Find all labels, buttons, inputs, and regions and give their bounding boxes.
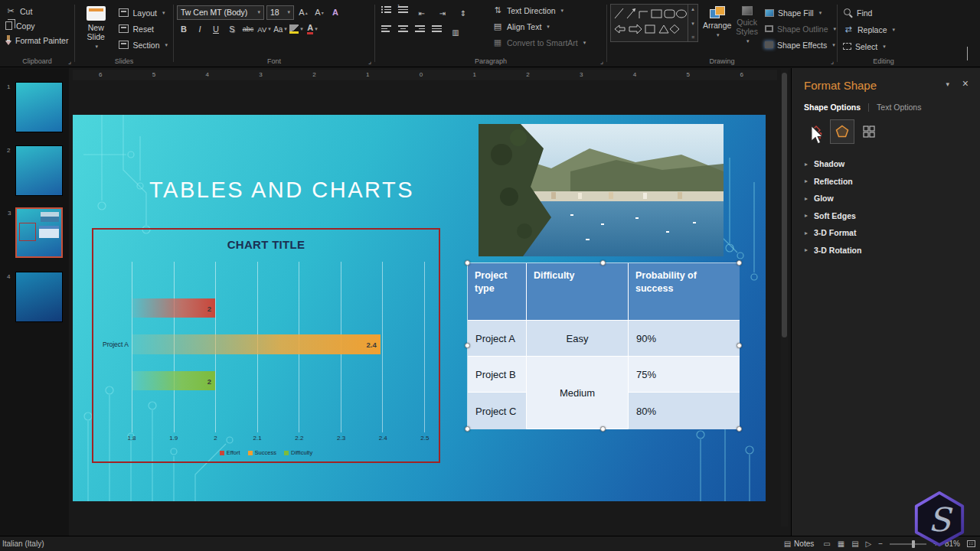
notes-button[interactable]: ▤Notes (782, 536, 817, 551)
strikethrough-button[interactable]: abc (241, 22, 255, 36)
layout-button[interactable]: Layout▾ (116, 5, 170, 20)
pane-section[interactable]: ▸ 3-D Format (792, 224, 980, 242)
reset-button[interactable]: Reset (116, 21, 170, 36)
cell-difficulty-medium-merged[interactable]: Medium (527, 357, 629, 429)
format-painter-button[interactable]: Format Painter (3, 33, 71, 47)
cell-project-b[interactable]: Project B (468, 357, 527, 393)
project-table[interactable]: Project type Difficulty Probability of s… (467, 262, 739, 429)
selection-handle[interactable] (600, 426, 606, 432)
selection-handle[interactable] (600, 260, 606, 266)
arrange-button[interactable]: Arrange▾ (703, 4, 731, 56)
chart-title[interactable]: CHART TITLE (93, 238, 439, 251)
select-button[interactable]: Select▾ (841, 39, 926, 54)
underline-button[interactable]: U (209, 22, 223, 36)
slide-thumbnail-4[interactable]: 4 (15, 272, 63, 322)
normal-view-icon[interactable]: ▭ (823, 540, 830, 548)
copy-button[interactable]: Copy (3, 18, 71, 33)
tab-text-options[interactable]: Text Options (877, 103, 921, 112)
reading-view-icon[interactable]: ▤ (851, 540, 858, 548)
bar-success[interactable]: 2.4 (132, 334, 381, 354)
text-direction-button[interactable]: ⇅Text Direction▾ (490, 3, 588, 18)
character-spacing-button[interactable]: AV▾ (257, 22, 271, 36)
vertical-scrollbar[interactable] (781, 70, 788, 527)
size-properties-icon[interactable] (858, 120, 880, 143)
chart-object[interactable]: CHART TITLE 2 2.4 2 Project A 1.81.922.1… (92, 228, 440, 463)
decrease-indent-icon[interactable]: ⇤ (415, 6, 429, 20)
cell-probability-80[interactable]: 80% (629, 393, 740, 429)
pane-section[interactable]: ▸ 3-D Rotation (792, 242, 980, 259)
font-color-button[interactable]: A▾ (305, 22, 319, 36)
highlight-color-button[interactable]: ▾ (289, 22, 303, 36)
pane-section[interactable]: ▸ Soft Edges (792, 207, 980, 225)
cell-project-c[interactable]: Project C (468, 393, 527, 429)
shape-outline-button[interactable]: Shape Outline▾ (763, 21, 838, 36)
selection-handle[interactable] (737, 426, 742, 432)
cell-probability-75[interactable]: 75% (629, 357, 740, 393)
bar-difficulty[interactable]: 2 (132, 371, 215, 390)
increase-font-size-button[interactable]: A▴ (296, 5, 310, 19)
cell-difficulty-easy[interactable]: Easy (527, 321, 629, 357)
paragraph-dialog-launcher[interactable]: ⌟ (600, 57, 603, 65)
bold-button[interactable]: B (177, 22, 191, 36)
slide-canvas[interactable]: TABLES AND CHARTS CHART TITLE 2 2.4 2 Pr… (73, 115, 766, 501)
slide-thumbnail-3-selected[interactable]: 3 (15, 207, 63, 258)
zoom-out-button[interactable]: − (878, 540, 883, 548)
slide-thumbnail-2[interactable]: 2 (15, 145, 63, 196)
align-right-icon[interactable] (415, 25, 425, 39)
new-slide-button[interactable]: New Slide▾ (78, 4, 113, 56)
effects-icon[interactable] (831, 120, 854, 143)
table-header-difficulty[interactable]: Difficulty (527, 263, 629, 321)
pane-section[interactable]: ▸ Reflection (792, 173, 980, 191)
table-header-project-type[interactable]: Project type (468, 263, 527, 321)
font-size-combo[interactable]: 18▾ (266, 5, 294, 20)
columns-icon[interactable]: ▥ (449, 25, 462, 39)
change-case-button[interactable]: Aa▾ (273, 22, 287, 36)
language-indicator[interactable]: Italian (Italy) (2, 540, 44, 548)
quick-styles-button[interactable]: Quick Styles▾ (736, 4, 758, 56)
italic-button[interactable]: I (193, 22, 207, 36)
cell-probability-90[interactable]: 90% (629, 321, 740, 357)
numbering-icon[interactable] (398, 6, 408, 20)
selection-handle[interactable] (737, 260, 742, 266)
slideshow-icon[interactable]: ▷ (866, 540, 872, 548)
collapse-ribbon-button[interactable] (967, 47, 968, 60)
slide-thumbnail-1[interactable]: 1 (15, 82, 63, 132)
bullets-icon[interactable] (381, 6, 391, 20)
convert-smartart-button[interactable]: ▦Convert to SmartArt▾ (490, 35, 588, 50)
bar-effort[interactable]: 2 (132, 298, 215, 318)
cut-button[interactable]: ✂Cut (3, 4, 71, 18)
selection-handle[interactable] (737, 343, 742, 348)
align-left-icon[interactable] (381, 25, 391, 39)
pane-section[interactable]: ▸ Glow (792, 190, 980, 207)
gallery-scroll[interactable]: ▴▾≡ (688, 5, 697, 41)
clear-formatting-button[interactable]: A (328, 5, 342, 19)
table-header-probability[interactable]: Probability of success (629, 263, 740, 321)
find-button[interactable]: Find (841, 5, 926, 20)
text-shadow-button[interactable]: S (225, 22, 239, 36)
increase-indent-icon[interactable]: ⇥ (436, 6, 449, 20)
section-button[interactable]: Section▾ (116, 37, 170, 52)
font-dialog-launcher[interactable]: ⌟ (368, 57, 371, 65)
cell-project-a[interactable]: Project A (468, 321, 527, 357)
shape-effects-button[interactable]: Shape Effects▾ (763, 37, 838, 52)
pane-options-icon[interactable]: ▾ (946, 80, 949, 88)
align-center-icon[interactable] (398, 25, 408, 39)
line-spacing-icon[interactable]: ⇕ (456, 6, 470, 20)
pane-section[interactable]: ▸ Shadow (792, 155, 980, 173)
align-text-button[interactable]: ▤Align Text▾ (490, 19, 588, 34)
tab-shape-options[interactable]: Shape Options (804, 103, 861, 112)
horizontal-ruler[interactable]: 6543210123456 (73, 70, 777, 80)
shape-fill-button[interactable]: Shape Fill▾ (763, 5, 838, 20)
fit-to-window-icon[interactable] (967, 540, 975, 547)
scrollbar-thumb[interactable] (782, 73, 787, 337)
coastal-photo[interactable] (479, 124, 724, 256)
decrease-font-size-button[interactable]: A▾ (312, 5, 326, 19)
justify-icon[interactable] (432, 25, 442, 39)
clipboard-dialog-launcher[interactable]: ⌟ (68, 57, 71, 65)
fill-line-icon[interactable] (804, 120, 827, 143)
shapes-gallery[interactable]: ▴▾≡ (610, 4, 698, 42)
slide-title[interactable]: TABLES AND CHARTS (149, 178, 414, 203)
drawing-dialog-launcher[interactable]: ⌟ (831, 57, 834, 65)
selection-handle[interactable] (465, 343, 470, 348)
font-name-combo[interactable]: Tw Cen MT (Body)▾ (177, 5, 264, 20)
